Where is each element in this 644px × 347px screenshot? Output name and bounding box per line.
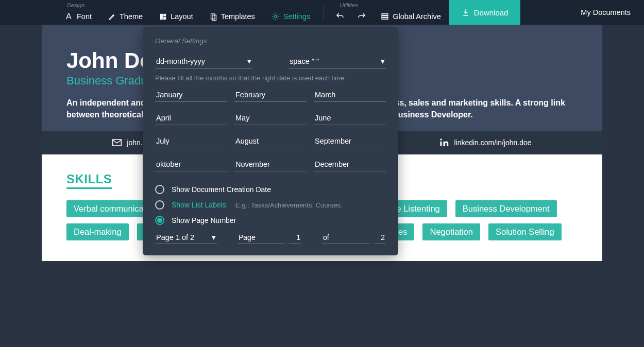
skill-pill[interactable]: Deal-making: [66, 223, 129, 240]
page-format-select[interactable]: Page 1 of 2 ▾: [155, 231, 217, 244]
layout-label: Layout: [171, 12, 193, 21]
utilities-group: Utilities Global Archive: [329, 0, 449, 25]
page-format-value: Page 1 of 2: [156, 233, 194, 241]
month-input-10[interactable]: [234, 158, 307, 171]
toggle-list-labels[interactable]: Show List Labels E.g.: Tasks/Achievement…: [155, 200, 386, 210]
font-label: Font: [77, 12, 92, 21]
svg-rect-10: [440, 142, 442, 146]
month-input-9[interactable]: [155, 158, 227, 171]
toggle-creation-date[interactable]: Show Document Creation Date: [155, 185, 386, 194]
theme-button[interactable]: Theme: [100, 8, 151, 25]
layout-button[interactable]: Layout: [151, 8, 201, 25]
font-button[interactable]: Font: [57, 8, 100, 25]
months-helper-text: Please fill all the months so that the r…: [155, 74, 386, 82]
settings-heading: General Settings: [155, 37, 386, 45]
layout-icon: [159, 13, 167, 21]
settings-popover: General Settings dd-month-yyyy ▾ space "…: [143, 27, 398, 255]
svg-rect-8: [382, 18, 388, 20]
my-documents-link[interactable]: My Documents: [567, 0, 644, 25]
month-input-3[interactable]: [155, 111, 227, 125]
toggle-page-number-label: Show Page Number: [172, 216, 236, 224]
radio-unchecked-icon: [155, 200, 164, 210]
month-input-6[interactable]: [155, 134, 227, 148]
svg-rect-2: [163, 17, 166, 20]
page-of-input[interactable]: [322, 231, 369, 244]
linkedin-icon: [439, 138, 449, 147]
download-icon: [462, 8, 470, 16]
page-label-input[interactable]: [238, 231, 285, 244]
mail-icon: [112, 139, 122, 146]
toggle-page-number[interactable]: Show Page Number: [155, 216, 386, 225]
month-input-1[interactable]: [234, 88, 307, 102]
settings-label: Settings: [283, 12, 310, 21]
svg-point-11: [440, 139, 442, 141]
separator-select[interactable]: space " " ▾: [289, 54, 386, 69]
month-input-2[interactable]: [314, 88, 386, 102]
skills-heading: SKILLS: [66, 172, 112, 189]
svg-point-5: [275, 15, 277, 18]
toggle-creation-date-label: Show Document Creation Date: [172, 185, 271, 194]
archive-icon: [381, 12, 389, 21]
top-toolbar: Design Font Theme Layout: [0, 0, 644, 25]
chevron-down-icon: ▾: [212, 233, 216, 241]
templates-button[interactable]: Templates: [201, 8, 263, 25]
skill-pill[interactable]: Solution Selling: [488, 223, 562, 240]
page-total-input[interactable]: [374, 231, 386, 244]
date-format-select[interactable]: dd-month-yyyy ▾: [155, 54, 252, 69]
month-grid: [155, 88, 386, 171]
design-group: Design Font Theme Layout: [57, 0, 318, 25]
month-input-0[interactable]: [155, 88, 227, 102]
toggle-list-labels-label: Show List Labels: [172, 201, 226, 209]
settings-button[interactable]: Settings: [263, 8, 318, 25]
skill-pill[interactable]: Business Development: [455, 200, 557, 217]
chevron-down-icon: ▾: [381, 57, 385, 65]
svg-rect-0: [160, 13, 163, 19]
radio-checked-icon: [155, 216, 164, 225]
month-input-8[interactable]: [314, 134, 386, 148]
global-archive-button[interactable]: Global Archive: [372, 8, 449, 25]
utilities-group-label: Utilities: [329, 2, 449, 8]
month-input-11[interactable]: [314, 158, 386, 171]
svg-rect-4: [212, 15, 216, 20]
separator-value: space " ": [290, 57, 319, 65]
templates-label: Templates: [221, 12, 255, 21]
global-archive-label: Global Archive: [393, 12, 441, 21]
toolbar-divider: [324, 3, 324, 22]
redo-button[interactable]: [351, 12, 372, 21]
svg-rect-1: [163, 13, 166, 16]
radio-unchecked-icon: [155, 185, 164, 194]
theme-label: Theme: [120, 12, 143, 21]
month-input-4[interactable]: [234, 111, 307, 125]
download-label: Download: [474, 8, 509, 17]
font-icon: [65, 12, 73, 21]
toggle-list-labels-hint: E.g.: Tasks/Achievements, Courses.: [235, 201, 343, 209]
templates-icon: [210, 13, 217, 21]
chevron-down-icon: ▾: [247, 57, 251, 65]
design-group-label: Design: [57, 2, 318, 8]
pencil-icon: [108, 13, 116, 21]
undo-button[interactable]: [329, 12, 351, 21]
gear-icon: [272, 12, 280, 21]
page-current-input[interactable]: [289, 231, 301, 244]
svg-rect-6: [382, 14, 388, 15]
svg-rect-3: [211, 13, 215, 19]
download-button[interactable]: Download: [449, 0, 521, 25]
linkedin-contact: linkedin.com/in/john.doe: [439, 138, 531, 147]
month-input-7[interactable]: [234, 134, 307, 148]
skill-pill[interactable]: Negotiation: [422, 223, 480, 240]
svg-rect-7: [382, 16, 388, 18]
linkedin-text: linkedin.com/in/john.doe: [454, 138, 531, 147]
my-documents-label: My Documents: [581, 8, 631, 16]
date-format-value: dd-month-yyyy: [156, 57, 205, 65]
month-input-5[interactable]: [314, 111, 386, 125]
